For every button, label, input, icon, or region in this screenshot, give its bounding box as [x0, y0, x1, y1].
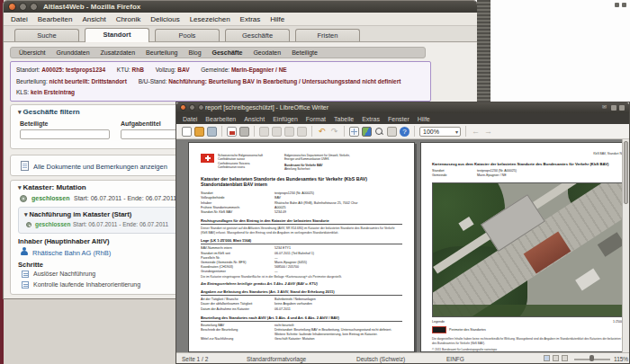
filter-title: Geschäfte filtern: [23, 108, 80, 116]
menu-chronik[interactable]: Chronik: [116, 15, 141, 23]
kataster-section-header[interactable]: ▾Kataster: Mutation: [18, 183, 86, 191]
help-icon[interactable]: ?: [400, 127, 410, 137]
mail-indicator-icon[interactable]: ✉: [601, 104, 608, 111]
all-documents-link[interactable]: Alle Dokumente und Bemerkungen anzeigen: [33, 163, 167, 171]
gallery-icon[interactable]: [362, 127, 372, 137]
legend-label: Legende: [432, 320, 445, 324]
menu-fenster[interactable]: Fenster: [388, 116, 410, 122]
menu-ansicht[interactable]: Ansicht: [82, 15, 105, 23]
forward-icon[interactable]: →: [483, 127, 493, 137]
document-header: Schweizerische Eidgenossenschaft Confédé…: [201, 154, 402, 172]
menu-delicious[interactable]: Delicious: [150, 15, 179, 23]
zoom-value: 100%: [423, 129, 439, 135]
document-icon: [21, 161, 29, 171]
find-icon[interactable]: [374, 127, 384, 137]
nachfuehrung-header[interactable]: ▾Nachführung im Kataster (Start): [24, 210, 131, 218]
inhaber-link[interactable]: Rhätische Bahn AG (RhB): [32, 249, 111, 257]
filter-section-header[interactable]: ▾Geschäfte filtern: [18, 108, 80, 116]
bustand-value: Nachführung: Beurteilung BAV in Bearbeit…: [168, 78, 400, 84]
close-icon[interactable]: [8, 3, 16, 11]
menu-bearbeiten[interactable]: Bearbeiten: [38, 15, 73, 23]
nachfuehrung-status: geschlossen: [35, 221, 70, 227]
session-indicator-icon[interactable]: [619, 105, 625, 111]
ktu-value: RhB: [131, 67, 143, 73]
aerial-photo: [432, 182, 623, 317]
close-icon[interactable]: [180, 104, 186, 111]
menu-bearbeiten[interactable]: Bearbeiten: [205, 116, 236, 122]
back-icon[interactable]: ←: [471, 127, 481, 137]
scrollbar-thumb[interactable]: [624, 141, 628, 204]
maximize-icon[interactable]: [198, 104, 204, 111]
menu-hilfe[interactable]: Hilfe: [270, 15, 284, 23]
copy-icon[interactable]: [272, 127, 282, 137]
insert-mode-indicator[interactable]: EINFG: [446, 356, 464, 362]
page-style-indicator[interactable]: Standardformatvorlage: [247, 356, 306, 362]
save-icon[interactable]: [207, 127, 217, 137]
maximize-icon[interactable]: [30, 3, 38, 11]
new-document-icon[interactable]: [182, 127, 192, 137]
redo-icon[interactable]: ↷: [329, 127, 339, 137]
background-window-button[interactable]: [615, 3, 619, 7]
writer-toolbar: ↶ ↷ ? 100%▾ ← →: [176, 124, 629, 139]
toolbar-separator: [414, 126, 415, 137]
subtab-grunddaten[interactable]: Grunddaten: [57, 49, 90, 56]
subtab-beteiligte[interactable]: Beteiligte: [292, 49, 318, 56]
tab-fristen[interactable]: Fristen: [295, 29, 360, 41]
minimize-icon[interactable]: [19, 3, 27, 11]
toolbar-separator: [344, 126, 345, 137]
gear-icon-small: [26, 222, 32, 227]
doc-row: Standort-Nr. KbS BAV5234.09: [201, 210, 402, 215]
format-paintbrush-icon[interactable]: [297, 127, 307, 137]
background-window-close-button[interactable]: [622, 3, 626, 7]
menu-format[interactable]: Format: [306, 116, 326, 122]
vollzug-label: Vollzug:: [156, 67, 176, 73]
menu-lesezeichen[interactable]: Lesezeichen: [190, 15, 230, 23]
menu-einfuegen[interactable]: Einfügen: [273, 116, 298, 122]
subtab-geodaten[interactable]: Geodaten: [253, 49, 281, 56]
page2-corner-reference: KbS BAV, Standort Nr. 5234.09: [432, 152, 629, 155]
vollzug-value: BAV: [177, 67, 189, 73]
language-indicator[interactable]: Deutsch (Schweiz): [356, 356, 405, 362]
beteiligte-input[interactable]: [20, 129, 110, 139]
book-view-icon[interactable]: [562, 355, 568, 361]
print-icon[interactable]: [239, 127, 249, 137]
legend-row: Legende 1:2500: [432, 320, 623, 324]
tab-pools[interactable]: Pools: [155, 29, 220, 41]
subtab-zusatzdaten[interactable]: Zusatzdaten: [101, 49, 136, 56]
menu-datei[interactable]: Datei: [183, 116, 197, 122]
paste-icon[interactable]: [284, 127, 294, 137]
zoom-slider-knob[interactable]: [590, 355, 594, 361]
menu-extras[interactable]: Extras: [362, 116, 380, 122]
cut-icon[interactable]: [259, 127, 269, 137]
vertical-scrollbar[interactable]: [622, 139, 629, 352]
insert-table-icon[interactable]: [349, 127, 359, 137]
export-pdf-icon[interactable]: [227, 127, 237, 137]
menu-ansicht[interactable]: Ansicht: [244, 116, 265, 122]
minimize-icon[interactable]: [189, 104, 195, 111]
zoom-select[interactable]: 100%▾: [419, 127, 461, 137]
subtab-blog[interactable]: Blog: [189, 49, 202, 56]
tab-suche[interactable]: Suche: [14, 29, 79, 41]
standort-label: Standort:: [16, 67, 40, 73]
tab-standort[interactable]: Standort: [85, 28, 149, 42]
beurteilung-value: nicht beurteilt: Drittstandort: [50, 78, 127, 84]
undo-icon[interactable]: ↶: [317, 127, 327, 137]
tab-geschaefte[interactable]: Geschäfte: [225, 29, 290, 41]
navigator-icon[interactable]: [387, 127, 397, 137]
subtab-geschaefte[interactable]: Geschäfte: [212, 49, 243, 56]
gemeinde-label: Gemeinde:: [201, 67, 230, 73]
menu-tabelle[interactable]: Tabelle: [334, 116, 354, 122]
menu-extras[interactable]: Extras: [240, 15, 261, 23]
menu-datei[interactable]: Datei: [11, 15, 28, 23]
single-page-view-icon[interactable]: [544, 355, 550, 361]
step-ausloeser[interactable]: Auslöser Nachführung: [33, 271, 95, 277]
multi-page-view-icon[interactable]: [553, 355, 559, 361]
toolbar-separator: [221, 126, 222, 137]
subtab-uebersicht[interactable]: Übersicht: [19, 49, 46, 56]
subtab-beurteilung[interactable]: Beurteilung: [146, 49, 177, 56]
step-kontrolle[interactable]: Kontrolle laufende Inhaberorientierung: [33, 281, 140, 288]
volume-indicator-icon[interactable]: [611, 105, 616, 111]
open-icon[interactable]: [194, 127, 204, 137]
section-heading: Beurteilung des Standortes nach AltlV (A…: [201, 315, 402, 322]
menu-hilfe[interactable]: Hilfe: [418, 116, 430, 122]
